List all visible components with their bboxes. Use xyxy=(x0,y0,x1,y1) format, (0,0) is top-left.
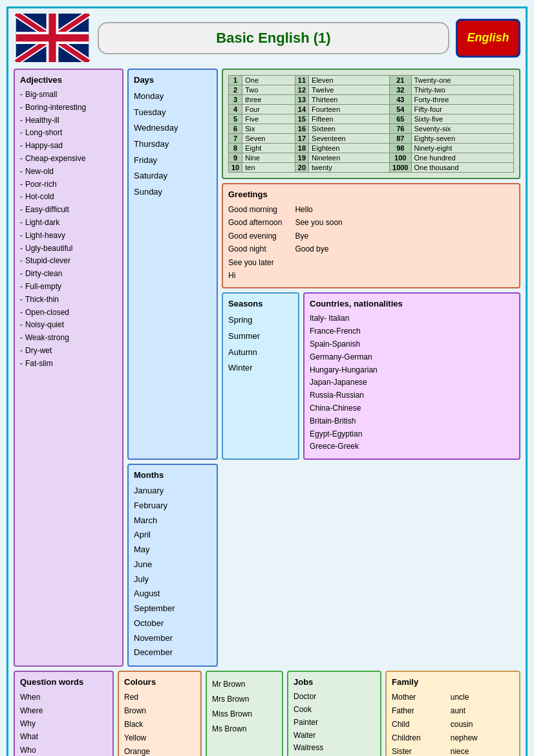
question-words-list: WhenWhereWhyWhatWhoWhoseWhichHow oftenHo… xyxy=(20,691,107,756)
english-badge: English xyxy=(456,19,520,58)
name-item: Ms Brown xyxy=(212,722,277,737)
adjective-item: -Hot-cold xyxy=(20,191,117,204)
country-item: France-French xyxy=(310,325,514,338)
season-item: Summer xyxy=(228,329,293,345)
colour-item: Brown xyxy=(124,704,195,718)
day-item: Sunday xyxy=(134,184,211,200)
day-item: Saturday xyxy=(134,168,211,184)
family-inner: MotherFatherChildChildrenSisterBrotherSo… xyxy=(392,691,514,756)
country-item: Italy- Italian xyxy=(310,312,514,325)
adjective-item: -New-old xyxy=(20,166,117,178)
month-item: December xyxy=(134,645,211,660)
adjective-item: -Boring-interesting xyxy=(20,102,117,114)
greetings-title: Greetings xyxy=(228,189,514,199)
adjective-item: -Full-empty xyxy=(20,281,117,294)
name-item: Miss Brown xyxy=(212,707,277,722)
adjective-item: -Weak-strong xyxy=(20,332,117,345)
country-item: China-Chinese xyxy=(310,402,514,415)
country-item: Hungary-Hungarian xyxy=(310,364,514,377)
names-jobs-section: Mr BrownMrs BrownMiss BrownMs Brown Jobs… xyxy=(206,671,520,756)
month-item: September xyxy=(134,601,211,616)
month-item: January xyxy=(134,484,211,499)
jobs-box: Jobs DoctorCookPainterWaiterWaitressActo… xyxy=(287,671,381,756)
question-word-item: When xyxy=(20,691,107,704)
adjectives-box: Adjectives -Big-small-Boring-interesting… xyxy=(14,69,123,667)
greetings-col2: HelloSee you soonByeGood bye xyxy=(295,203,342,282)
colour-item: Red xyxy=(124,691,195,704)
colours-section: Colours RedBrownBlackYellowOrangeGreenBl… xyxy=(118,671,202,756)
jobs-title: Jobs xyxy=(294,677,375,687)
question-words-title: Question words xyxy=(20,677,107,687)
day-item: Wednesday xyxy=(134,120,211,136)
season-item: Autumn xyxy=(228,345,293,361)
seasons-title: Seasons xyxy=(228,299,293,308)
names-list: Mr BrownMrs BrownMiss BrownMs Brown xyxy=(212,677,277,736)
season-item: Winter xyxy=(228,360,293,376)
family-col2: uncleauntcousinnephewniecebrother-in-law… xyxy=(451,691,504,756)
countries-list: Italy- ItalianFrance-FrenchSpain-Spanish… xyxy=(310,312,514,453)
number-row: 7 Seven 17 Seventeen 87 Eighty-seven xyxy=(229,134,514,144)
question-word-item: Why xyxy=(20,717,107,730)
main-grid: Adjectives -Big-small-Boring-interesting… xyxy=(14,69,520,667)
adjective-item: -Dry-wet xyxy=(20,345,117,358)
greetings-box: Greetings Good morningGood afternoonGood… xyxy=(222,183,520,288)
uk-flag xyxy=(14,14,91,62)
job-item: Waiter xyxy=(294,729,375,742)
months-box: Months JanuaryFebruaryMarchAprilMayJuneJ… xyxy=(127,464,218,667)
question-words-box: Question words WhenWhereWhyWhatWhoWhoseW… xyxy=(14,671,114,756)
job-item: Doctor xyxy=(294,691,375,704)
right-bottom: Mr BrownMrs BrownMiss BrownMs Brown Jobs… xyxy=(206,671,520,756)
adjective-item: -Fat-slim xyxy=(20,358,117,371)
family-col1: MotherFatherChildChildrenSisterBrotherSo… xyxy=(392,691,438,756)
greetings-inner: Good morningGood afternoonGood eveningGo… xyxy=(228,203,514,282)
header: Basic English (1) English xyxy=(14,14,520,62)
job-item: Waitress xyxy=(294,742,375,755)
month-item: October xyxy=(134,616,211,631)
month-item: March xyxy=(134,513,211,528)
countries-title: Countries, nationalities xyxy=(310,299,514,308)
job-item: Painter xyxy=(294,717,375,729)
question-word-item: What xyxy=(20,730,107,743)
country-item: Britain-British xyxy=(310,415,514,428)
country-item: Germany-German xyxy=(310,351,514,364)
adjective-item: -Happy-sad xyxy=(20,140,117,153)
family-title: Family xyxy=(392,677,514,687)
page: Basic English (1) English Adjectives -Bi… xyxy=(6,6,528,756)
page-title: Basic English (1) xyxy=(216,30,330,46)
adjective-item: -Poor-rich xyxy=(20,178,117,191)
family-box: Family MotherFatherChildChildrenSisterBr… xyxy=(385,671,520,756)
day-item: Friday xyxy=(134,153,211,169)
adjective-item: -Light-dark xyxy=(20,217,117,230)
adjective-item: -Long-short xyxy=(20,127,117,140)
numbers-table: 1 One 11 Eleven 21 Twenty-one 2 Two 12 T… xyxy=(228,75,514,173)
month-item: May xyxy=(134,543,211,557)
seasons-countries: Seasons SpringSummerAutumnWinter Countri… xyxy=(222,292,520,460)
countries-box: Countries, nationalities Italy- ItalianF… xyxy=(303,292,520,460)
number-row: 1 One 11 Eleven 21 Twenty-one xyxy=(229,76,514,85)
number-row: 6 Six 16 Sixteen 76 Seventy-six xyxy=(229,124,514,134)
adjective-item: -Noisy-quiet xyxy=(20,319,117,332)
colours-box: Colours RedBrownBlackYellowOrangeGreenBl… xyxy=(118,671,202,756)
adjective-item: -Ugly-beautiful xyxy=(20,243,117,255)
greetings-col1: Good morningGood afternoonGood eveningGo… xyxy=(228,203,282,282)
colour-item: Yellow xyxy=(124,731,195,745)
question-word-item: Where xyxy=(20,704,107,717)
number-row: 3 three 13 Thirteen 43 Forty-three xyxy=(229,95,514,105)
adjective-item: -Light-heavy xyxy=(20,230,117,243)
month-item: June xyxy=(134,557,211,572)
number-row: 5 Five 15 Fifteen 65 Sixty-five xyxy=(229,114,514,124)
seasons-list: SpringSummerAutumnWinter xyxy=(228,312,293,376)
question-word-item: Who xyxy=(20,744,107,756)
day-item: Tuesday xyxy=(134,105,211,121)
adjectives-title: Adjectives xyxy=(20,75,117,85)
country-item: Spain-Spanish xyxy=(310,338,514,351)
adjectives-list: -Big-small-Boring-interesting-Healthy-il… xyxy=(20,89,117,371)
names-box: Mr BrownMrs BrownMiss BrownMs Brown xyxy=(206,671,283,756)
adjective-item: -Thick-thin xyxy=(20,294,117,307)
adjective-item: -Open-closed xyxy=(20,307,117,319)
month-item: July xyxy=(134,572,211,587)
bottom-section: Question words WhenWhereWhyWhatWhoWhoseW… xyxy=(14,671,520,756)
months-list: JanuaryFebruaryMarchAprilMayJuneJulyAugu… xyxy=(134,484,211,660)
country-item: Japan-Japanese xyxy=(310,376,514,389)
name-item: Mrs Brown xyxy=(212,692,277,707)
